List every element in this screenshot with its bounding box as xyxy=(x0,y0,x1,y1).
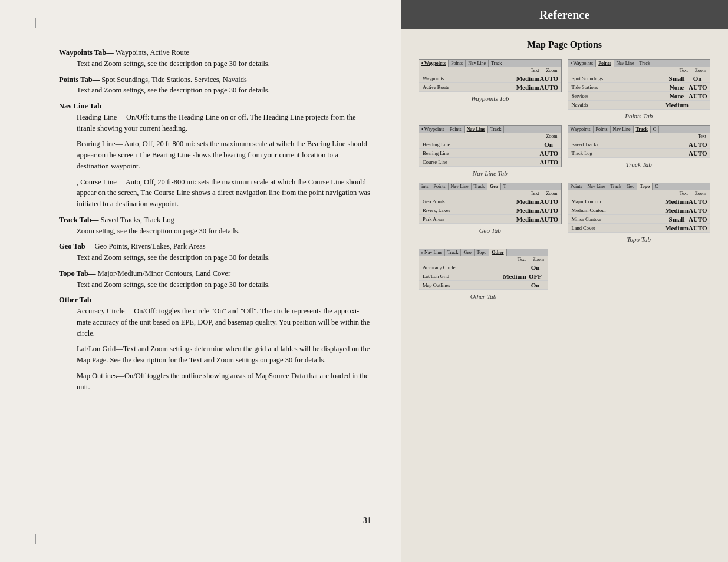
waypoints-tab-title: Waypoints Tab— Waypoints, Active Route xyxy=(59,47,371,58)
topo-row-3: Minor Contour Small AUTO xyxy=(568,215,710,224)
navline-subheader: Zoom xyxy=(419,133,561,140)
points-tab-text: Text and Zoom settngs, see the descripti… xyxy=(77,85,371,96)
navline-tabs-bar: • Waypoints Points Nav Line Track xyxy=(419,126,561,133)
waypoints-mini-ui: • Waypoints Points Nav Line Track Text Z… xyxy=(419,59,562,92)
tr-navline-tab: Nav Line xyxy=(611,126,634,133)
geo-tab-title: Geo Tab— Geo Points, Rivers/Lakes, Park … xyxy=(59,241,371,252)
geo-navline-tab: Nav Line xyxy=(449,183,472,190)
geo-tabs-bar: ints Points Nav Line Track Geo T xyxy=(419,183,561,190)
diagrams-row-3: ints Points Nav Line Track Geo T Text Zo… xyxy=(407,183,722,243)
corner-mark-bl-h xyxy=(35,544,46,544)
topo-mini-ui: Points Nav Line Track Geo Topo C Text Zo… xyxy=(568,183,711,233)
topo-row-2: Medium Contour Medium AUTO xyxy=(568,206,710,215)
waypoints-tab-active: • Waypoints xyxy=(419,60,449,67)
corner-mark-br-h xyxy=(700,544,710,544)
track-mini-ui: Waypoints Points Nav Line Track C Text S… xyxy=(568,125,711,158)
points-tab-diagram: • Waypoints Points Nav Line Track Text Z… xyxy=(568,59,711,120)
geo-geo-tab: Geo xyxy=(487,183,501,190)
corner-mark-tl-v xyxy=(35,18,36,28)
nav-line-heading: Heading Line— On/Off: turns the Heading … xyxy=(77,112,371,134)
navline-row-2: Bearing Line AUTO xyxy=(419,149,561,158)
reference-header: Reference xyxy=(401,0,728,29)
tr-waypoints-tab: Waypoints xyxy=(568,126,594,133)
oth-other-tab: Other xyxy=(489,249,506,256)
diagrams-row-2: • Waypoints Points Nav Line Track Zoom H… xyxy=(407,125,722,177)
track-tab-text: Zoom settng, see the description on page… xyxy=(77,226,371,237)
points-row-1: Spot Soundings Small On xyxy=(568,74,710,83)
navline-tab-diagram: • Waypoints Points Nav Line Track Zoom H… xyxy=(419,125,562,177)
other-row-2: Lat/Lon Grid Medium OFF xyxy=(419,272,548,281)
other-mini-ui: s Nav Line Track Geo Topo Other Text Zoo… xyxy=(419,249,548,290)
page-container: Waypoints Tab— Waypoints, Active Route T… xyxy=(0,0,728,562)
corner-mark-bl-v xyxy=(35,534,36,544)
other-mapoutlines: Map Outlines—On/Off toggles the outline … xyxy=(77,371,371,393)
other-tab-diagram: s Nav Line Track Geo Topo Other Text Zoo… xyxy=(419,249,548,300)
points-track-tab: Track xyxy=(637,60,653,67)
points-navline-tab: Nav Line xyxy=(614,60,637,67)
topo-tab-diagram: Points Nav Line Track Geo Topo C Text Zo… xyxy=(568,183,711,243)
topo-tabs-bar: Points Nav Line Track Geo Topo C xyxy=(568,183,710,190)
corner-mark-br-v xyxy=(710,534,710,544)
topo-points-tab: Points xyxy=(568,183,585,190)
points-waypoints-tab: • Waypoints xyxy=(568,60,597,67)
geo-ints-tab: ints xyxy=(419,183,431,190)
navline-tab-nav: Nav Line xyxy=(466,60,489,67)
topo-track-tab: Track xyxy=(608,183,624,190)
oth-track-tab: Track xyxy=(445,249,461,256)
track-row-2: Track Log AUTO xyxy=(568,149,710,158)
geo-subheader: Text Zoom xyxy=(419,190,561,197)
map-page-options-title: Map Page Options xyxy=(407,39,722,50)
points-row-4: Navaids Medium xyxy=(568,101,710,110)
page-number: 31 xyxy=(363,514,371,527)
nl-points-tab: Points xyxy=(447,126,465,133)
topo-tab-text: Text and Zoom settngs, see the descripti… xyxy=(77,279,371,290)
other-row-3: Map Outlines On xyxy=(419,281,548,290)
nav-line-bearing: Bearing Line— Auto, Off, 20 ft-800 mi: s… xyxy=(77,138,371,171)
topo-subheader: Text Zoom xyxy=(568,190,710,197)
oth-navline-tab: s Nav Line xyxy=(419,249,445,256)
corner-mark-tr-h xyxy=(700,18,710,18)
tr-c-tab: C xyxy=(651,126,659,133)
points-tab-title: Points Tab— Spot Soundings, Tide Station… xyxy=(59,74,371,85)
geo-track-tab: Track xyxy=(472,183,487,190)
nl-navline-tab: Nav Line xyxy=(465,126,488,133)
nav-line-tab-title: Nav Line Tab xyxy=(59,101,371,112)
topo-row-1: Major Contour Medium AUTO xyxy=(568,197,710,206)
points-mini-ui: • Waypoints Points Nav Line Track Text Z… xyxy=(568,59,711,110)
track-tabs-bar: Waypoints Points Nav Line Track C xyxy=(568,126,710,133)
other-tab-title: Other Tab xyxy=(59,295,371,306)
geo-diagram-label: Geo Tab xyxy=(479,227,501,234)
waypoints-diagram-label: Waypoints Tab xyxy=(471,95,509,102)
left-column: Waypoints Tab— Waypoints, Active Route T… xyxy=(0,0,401,562)
waypoints-tab-text: Text and Zoom settngs, see the descripti… xyxy=(77,58,371,70)
other-tabs-bar: s Nav Line Track Geo Topo Other xyxy=(419,249,548,256)
points-row-3: Services None AUTO xyxy=(568,92,710,101)
points-tab-nav: Points xyxy=(449,60,466,67)
track-subheader: Text xyxy=(568,133,710,140)
diagrams-row-4: s Nav Line Track Geo Topo Other Text Zoo… xyxy=(407,249,722,300)
navline-diagram-label: Nav Line Tab xyxy=(473,170,508,177)
points-tabs: • Waypoints Points Nav Line Track xyxy=(568,60,710,67)
geo-tab-text: Text and Zoom settngs, see the descripti… xyxy=(77,252,371,263)
other-diagram-label: Other Tab xyxy=(470,293,497,300)
topo-topo-tab: Topo xyxy=(637,183,653,190)
geo-t-tab: T xyxy=(501,183,509,190)
waypoints-tab-diagram: • Waypoints Points Nav Line Track Text Z… xyxy=(419,59,562,120)
oth-geo-tab: Geo xyxy=(461,249,474,256)
track-tab-nav: Track xyxy=(489,60,505,67)
track-row-1: Saved Tracks AUTO xyxy=(568,140,710,149)
points-diagram-label: Points Tab xyxy=(625,113,653,120)
track-diagram-label: Track Tab xyxy=(626,161,652,168)
points-row-2: Tide Stations None AUTO xyxy=(568,83,710,92)
track-tab-title: Track Tab— Saved Tracks, Track Log xyxy=(59,214,371,226)
other-row-1: Accuracy Circle On xyxy=(419,263,548,272)
track-tab-diagram: Waypoints Points Nav Line Track C Text S… xyxy=(568,125,711,177)
navline-mini-ui: • Waypoints Points Nav Line Track Zoom H… xyxy=(419,125,562,167)
geo-tab-diagram: ints Points Nav Line Track Geo T Text Zo… xyxy=(419,183,562,243)
other-accuracy: Accuracy Circle— On/Off: toggles the cir… xyxy=(77,306,371,339)
geo-row-1: Geo Points Medium AUTO xyxy=(419,197,561,206)
geo-row-2: Rivers, Lakes Medium AUTO xyxy=(419,206,561,215)
topo-row-4: Land Cover Medium AUTO xyxy=(568,224,710,233)
geo-points-tab: Points xyxy=(431,183,449,190)
waypoints-subheader: Text Zoom xyxy=(419,67,561,74)
